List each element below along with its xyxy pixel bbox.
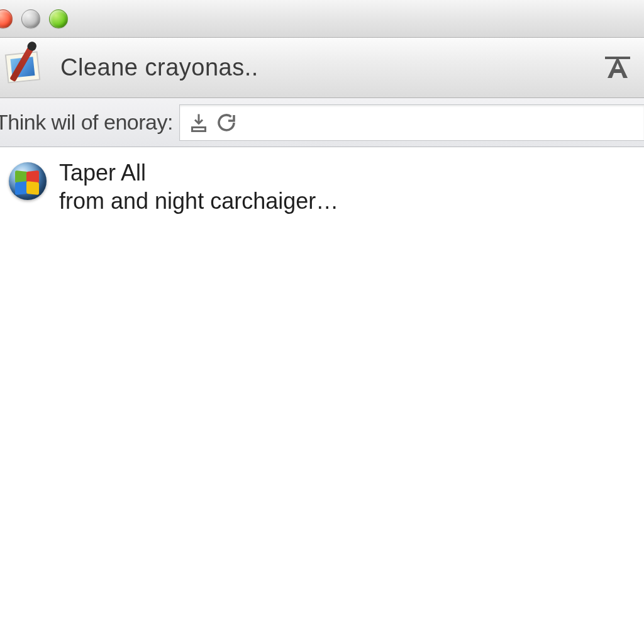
- text-tool-button[interactable]: [601, 52, 634, 84]
- search-input-icons: [187, 111, 238, 134]
- zoom-button[interactable]: [49, 9, 68, 28]
- text-tool-icon: [602, 53, 633, 83]
- toolbar: Cleane crayonas..: [0, 38, 644, 98]
- search-label: Think wil of enoray:: [0, 110, 179, 135]
- svg-rect-0: [605, 57, 630, 59]
- refresh-icon[interactable]: [215, 111, 238, 134]
- close-button[interactable]: [0, 9, 13, 28]
- download-icon[interactable]: [187, 111, 210, 134]
- title-bar: [0, 0, 644, 38]
- list-item-subtitle: from and night carchaiger…: [59, 187, 338, 215]
- windows-logo-icon: [9, 162, 47, 200]
- app-title: Cleane crayonas..: [60, 54, 587, 81]
- list-item-text: Taper All from and night carchaiger…: [59, 158, 338, 215]
- list-item[interactable]: Taper All from and night carchaiger…: [9, 158, 635, 215]
- content-area: Taper All from and night carchaiger…: [0, 147, 644, 226]
- list-item-title: Taper All: [59, 158, 338, 187]
- paint-app-icon: [4, 47, 47, 89]
- search-input[interactable]: [179, 104, 644, 141]
- minimize-button[interactable]: [21, 9, 40, 28]
- search-bar: Think wil of enoray:: [0, 98, 644, 147]
